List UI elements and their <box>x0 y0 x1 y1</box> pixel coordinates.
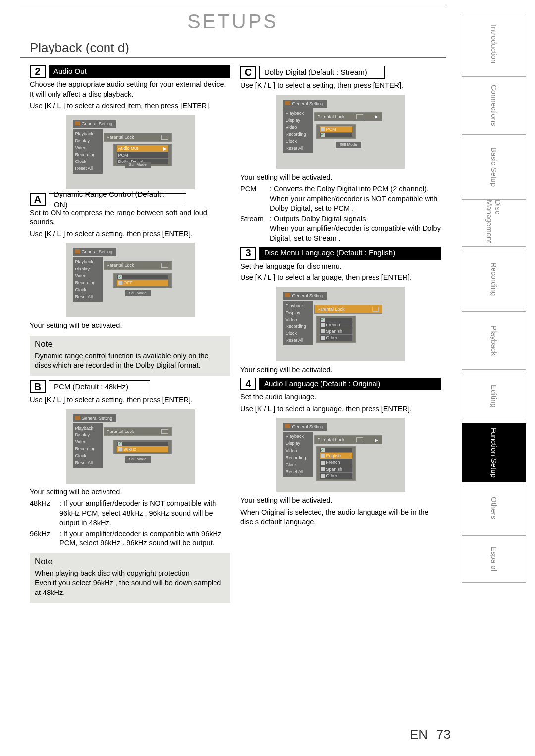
body-text: Set the language for disc menu. <box>240 262 441 271</box>
osd-item: Recording <box>73 151 103 158</box>
body-text: Set the audio language. <box>240 392 441 402</box>
substep-title: Dynamic Range Control (Default : ON) <box>49 193 186 206</box>
osd-header: General Setting <box>73 414 117 422</box>
tab-others[interactable]: Others <box>462 485 526 532</box>
definition-value: : Converts the Dolby Digital into PCM (2… <box>270 184 441 214</box>
osd-menu: Playback Display Video Recording Clock R… <box>73 129 103 174</box>
checkbox-icon <box>321 454 325 458</box>
tab-playback[interactable]: Playback <box>462 311 526 370</box>
osd-screenshot: General Setting Playback Display Video R… <box>276 95 405 169</box>
osd-option <box>320 318 352 322</box>
osd-submenu: PCM <box>316 124 356 139</box>
left-column: 2 Audio Out Choose the appropriate audio… <box>30 62 230 608</box>
substep-letter: A <box>30 193 46 206</box>
osd-option: French <box>320 459 352 465</box>
osd-highlight-label: Audio Out <box>118 145 138 152</box>
osd-item: Reset All <box>283 337 313 344</box>
osd-popup-label: Parental Lock <box>318 306 345 312</box>
osd-option-label: 96kHz <box>124 446 137 452</box>
step-2-header: 2 Audio Out <box>30 65 230 78</box>
osd-screenshot: General Setting Playback Display Video R… <box>66 243 195 317</box>
osd-footer: Still Mode <box>336 142 361 148</box>
body-text: Your setting will be activated. <box>240 365 441 375</box>
osd-header: General Setting <box>73 248 117 256</box>
osd-submenu: French Spanish Other <box>316 316 356 343</box>
page-number: EN 73 <box>410 727 451 742</box>
osd-highlight: English <box>320 453 352 459</box>
osd-highlight: 96kHz <box>117 446 168 452</box>
osd-option <box>320 448 352 452</box>
lock-icon <box>372 307 379 312</box>
osd-item: Video <box>73 272 103 279</box>
definition-row: PCM : Converts the Dolby Digital into PC… <box>240 184 441 214</box>
tab-disc-management[interactable]: Disc Management <box>462 199 526 247</box>
osd-option-label: French <box>326 322 340 328</box>
chapter-tabs: Introduction Connections Basic Setup Dis… <box>462 15 526 583</box>
osd-item: Reset All <box>283 145 313 152</box>
step-title: Audio Language (Default : Original) <box>259 378 441 390</box>
osd-popup: Parental Lock <box>104 427 172 436</box>
tab-espanol[interactable]: Espa ol <box>462 535 526 583</box>
osd-option: Other <box>320 335 352 341</box>
arrow-right-icon: ▶ <box>163 145 167 152</box>
tab-recording[interactable]: Recording <box>462 250 526 308</box>
note-body: Dynamic range control function is availa… <box>35 351 225 371</box>
osd-header: General Setting <box>283 100 327 108</box>
arrow-right-icon: ▶ <box>374 437 378 444</box>
body-text: Your setting will be activated. <box>30 321 230 331</box>
check-icon <box>118 442 122 446</box>
osd-option: Other <box>320 473 352 479</box>
check-icon <box>321 448 325 452</box>
osd-footer: Still Mode <box>125 162 151 168</box>
osd-screenshot: General Setting Playback Display Video R… <box>66 409 195 484</box>
osd-footer: Still Mode <box>125 290 151 297</box>
osd-item: Recording <box>283 454 313 461</box>
arrow-right-icon: ▶ <box>374 113 378 120</box>
osd-item: Reset All <box>73 293 103 300</box>
osd-item: Display <box>73 137 103 144</box>
osd-item: Recording <box>73 279 103 286</box>
step-number: 4 <box>240 378 256 390</box>
checkbox-icon <box>321 474 325 478</box>
osd-item: Clock <box>73 286 103 293</box>
osd-highlight: OFF <box>117 280 168 286</box>
osd-option: PCM <box>117 152 168 158</box>
tab-editing[interactable]: Editing <box>462 373 526 420</box>
lock-icon <box>161 429 168 434</box>
tab-introduction[interactable]: Introduction <box>462 15 526 73</box>
osd-option <box>117 275 168 279</box>
content-columns: 2 Audio Out Choose the appropriate audio… <box>20 62 446 608</box>
definition-value: : Outputs Dolby Digital signals When you… <box>270 215 441 244</box>
body-text: Your setting will be activated. <box>240 496 441 506</box>
osd-option-label: OFF <box>124 280 133 286</box>
checkbox-icon <box>321 329 325 333</box>
osd-item: Reset All <box>73 459 103 466</box>
body-text: Use [K / L ] to select a desired item, t… <box>30 101 230 111</box>
osd-item: Clock <box>283 330 313 337</box>
body-text: Choose the appropriate audio setting for… <box>30 80 230 99</box>
osd-header: General Setting <box>283 292 327 300</box>
osd-item: Display <box>283 117 313 124</box>
osd-item: Display <box>283 440 313 447</box>
osd-popup: Parental Lock <box>314 305 382 314</box>
osd-option: Spanish <box>320 328 352 334</box>
osd-popup: Parental Lock <box>104 133 172 142</box>
definition-key: 48kHz <box>30 499 59 528</box>
osd-option-label: Spanish <box>326 466 343 472</box>
osd-submenu: 96kHz <box>113 440 172 454</box>
osd-item: Playback <box>73 425 103 432</box>
tab-connections[interactable]: Connections <box>462 76 526 135</box>
osd-item: Playback <box>283 433 313 440</box>
osd-item: Playback <box>73 258 103 265</box>
osd-item: Display <box>283 309 313 316</box>
osd-option-label: English <box>326 453 341 459</box>
step-title: Audio Out <box>49 65 230 78</box>
osd-option: Spanish <box>320 466 352 472</box>
step-4-header: 4 Audio Language (Default : Original) <box>240 378 441 390</box>
tab-basic-setup[interactable]: Basic Setup <box>462 138 526 196</box>
tab-function-setup[interactable]: Function Setup <box>462 423 526 482</box>
osd-highlight: PCM <box>320 126 352 132</box>
definition-value: : If your amplifier/decoder is NOT compa… <box>59 499 230 528</box>
osd-item: Recording <box>283 323 313 330</box>
osd-item: Video <box>283 316 313 323</box>
